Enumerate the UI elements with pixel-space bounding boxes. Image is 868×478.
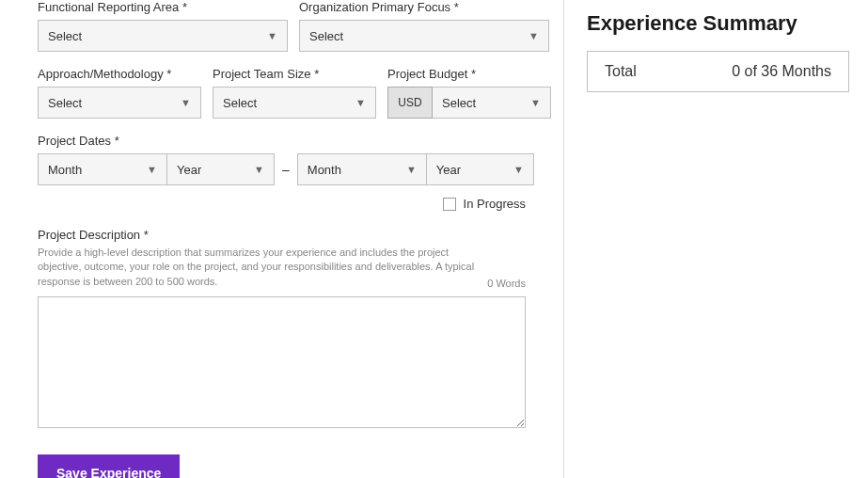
chevron-down-icon: ▼ [181, 97, 191, 108]
chevron-down-icon: ▼ [529, 30, 539, 41]
start-year-select[interactable]: Year ▼ [167, 153, 275, 185]
in-progress-label: In Progress [464, 197, 526, 211]
approach-value: Select [48, 96, 82, 110]
in-progress-checkbox[interactable] [443, 198, 456, 211]
experience-summary-box: Total 0 of 36 Months [587, 51, 849, 92]
chevron-down-icon: ▼ [355, 97, 366, 108]
budget-value: Select [442, 96, 476, 110]
budget-label: Project Budget * [387, 67, 551, 81]
summary-total-label: Total [605, 63, 637, 80]
summary-total-value: 0 of 36 Months [732, 63, 831, 80]
dates-label: Project Dates * [38, 134, 526, 148]
budget-select[interactable]: Select ▼ [433, 87, 551, 119]
approach-label: Approach/Methodology * [38, 67, 201, 81]
word-count: 0 Words [487, 278, 526, 289]
functional-area-select[interactable]: Select ▼ [38, 20, 288, 52]
end-year-value: Year [436, 163, 461, 177]
budget-currency[interactable]: USD [387, 87, 433, 119]
start-month-select[interactable]: Month ▼ [38, 153, 167, 185]
org-focus-value: Select [309, 29, 343, 43]
team-size-value: Select [223, 96, 257, 110]
end-year-select[interactable]: Year ▼ [427, 153, 534, 185]
chevron-down-icon: ▼ [406, 164, 417, 175]
chevron-down-icon: ▼ [267, 30, 277, 41]
save-experience-button[interactable]: Save Experience [38, 454, 180, 478]
date-separator: – [282, 162, 290, 177]
chevron-down-icon: ▼ [254, 164, 264, 175]
chevron-down-icon: ▼ [530, 97, 541, 108]
chevron-down-icon: ▼ [147, 164, 157, 175]
team-size-select[interactable]: Select ▼ [213, 87, 376, 119]
functional-area-value: Select [48, 29, 82, 43]
functional-area-label: Functional Reporting Area * [38, 0, 288, 14]
org-focus-label: Organization Primary Focus * [299, 0, 549, 14]
chevron-down-icon: ▼ [513, 164, 524, 175]
description-label: Project Description * [38, 228, 526, 242]
start-year-value: Year [177, 163, 201, 177]
team-size-label: Project Team Size * [213, 67, 376, 81]
description-textarea[interactable] [38, 296, 526, 428]
approach-select[interactable]: Select ▼ [38, 87, 201, 119]
start-month-value: Month [48, 163, 82, 177]
end-month-select[interactable]: Month ▼ [297, 153, 427, 185]
experience-summary-title: Experience Summary [587, 11, 849, 36]
org-focus-select[interactable]: Select ▼ [299, 20, 549, 52]
end-month-value: Month [308, 163, 341, 177]
description-help: Provide a high-level description that su… [38, 246, 480, 289]
